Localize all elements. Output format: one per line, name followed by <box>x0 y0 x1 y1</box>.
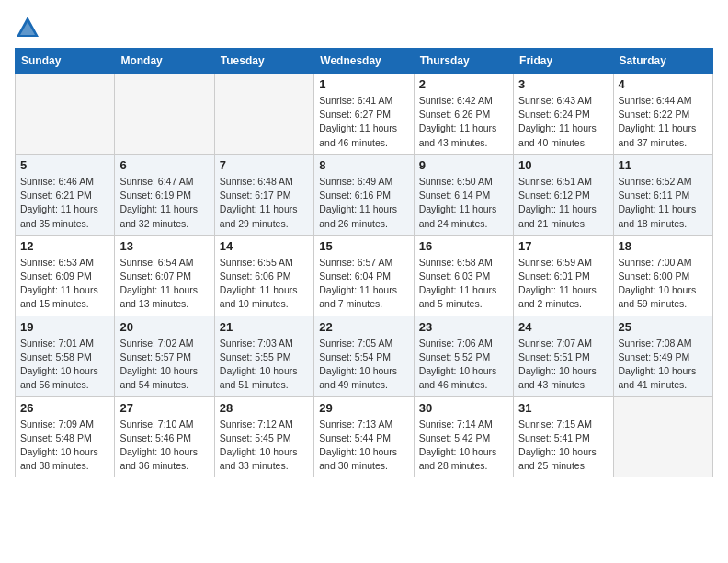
day-cell: 18Sunrise: 7:00 AM Sunset: 6:00 PM Dayli… <box>613 235 712 316</box>
day-info: Sunrise: 6:47 AM Sunset: 6:19 PM Dayligh… <box>119 175 209 231</box>
day-cell: 17Sunrise: 6:59 AM Sunset: 6:01 PM Dayli… <box>514 235 613 316</box>
day-cell: 1Sunrise: 6:41 AM Sunset: 6:27 PM Daylig… <box>314 74 414 155</box>
day-cell <box>613 396 712 477</box>
col-header-saturday: Saturday <box>613 49 712 74</box>
day-number: 7 <box>220 158 309 172</box>
day-cell: 14Sunrise: 6:55 AM Sunset: 6:06 PM Dayli… <box>214 235 313 316</box>
day-info: Sunrise: 6:50 AM Sunset: 6:14 PM Dayligh… <box>419 175 508 231</box>
day-cell: 20Sunrise: 7:02 AM Sunset: 5:57 PM Dayli… <box>115 316 214 396</box>
day-number: 31 <box>518 401 608 415</box>
day-number: 29 <box>319 401 408 415</box>
day-number: 24 <box>518 320 608 334</box>
week-row-4: 19Sunrise: 7:01 AM Sunset: 5:58 PM Dayli… <box>16 316 713 396</box>
day-info: Sunrise: 6:48 AM Sunset: 6:17 PM Dayligh… <box>220 175 309 231</box>
day-number: 28 <box>220 401 309 415</box>
day-cell: 6Sunrise: 6:47 AM Sunset: 6:19 PM Daylig… <box>115 154 214 235</box>
day-info: Sunrise: 7:06 AM Sunset: 5:52 PM Dayligh… <box>419 337 508 393</box>
day-info: Sunrise: 7:13 AM Sunset: 5:44 PM Dayligh… <box>319 418 408 474</box>
day-cell: 22Sunrise: 7:05 AM Sunset: 5:54 PM Dayli… <box>314 316 414 396</box>
day-number: 23 <box>419 320 508 334</box>
day-cell: 7Sunrise: 6:48 AM Sunset: 6:17 PM Daylig… <box>214 154 313 235</box>
day-number: 26 <box>20 401 109 415</box>
day-cell: 16Sunrise: 6:58 AM Sunset: 6:03 PM Dayli… <box>414 235 513 316</box>
day-cell: 23Sunrise: 7:06 AM Sunset: 5:52 PM Dayli… <box>414 316 513 396</box>
day-number: 10 <box>518 158 608 172</box>
day-number: 15 <box>319 239 408 253</box>
day-info: Sunrise: 6:54 AM Sunset: 6:07 PM Dayligh… <box>119 256 209 312</box>
col-header-friday: Friday <box>514 49 613 74</box>
day-number: 9 <box>419 158 508 172</box>
day-info: Sunrise: 6:55 AM Sunset: 6:06 PM Dayligh… <box>220 256 309 312</box>
day-info: Sunrise: 7:15 AM Sunset: 5:41 PM Dayligh… <box>518 418 608 474</box>
day-cell: 15Sunrise: 6:57 AM Sunset: 6:04 PM Dayli… <box>314 235 414 316</box>
day-number: 8 <box>319 158 408 172</box>
day-info: Sunrise: 6:41 AM Sunset: 6:27 PM Dayligh… <box>319 94 408 150</box>
day-info: Sunrise: 6:51 AM Sunset: 6:12 PM Dayligh… <box>518 175 608 231</box>
day-number: 11 <box>619 158 708 172</box>
day-cell: 12Sunrise: 6:53 AM Sunset: 6:09 PM Dayli… <box>16 235 115 316</box>
day-info: Sunrise: 7:02 AM Sunset: 5:57 PM Dayligh… <box>119 337 209 393</box>
day-info: Sunrise: 6:57 AM Sunset: 6:04 PM Dayligh… <box>319 256 408 312</box>
day-number: 6 <box>119 158 209 172</box>
week-row-3: 12Sunrise: 6:53 AM Sunset: 6:09 PM Dayli… <box>16 235 713 316</box>
day-info: Sunrise: 7:09 AM Sunset: 5:48 PM Dayligh… <box>20 418 109 474</box>
day-cell <box>214 74 313 155</box>
col-header-thursday: Thursday <box>414 49 513 74</box>
day-cell: 26Sunrise: 7:09 AM Sunset: 5:48 PM Dayli… <box>16 396 115 477</box>
day-number: 18 <box>619 239 708 253</box>
page-header <box>15 15 713 40</box>
logo-icon <box>15 15 40 40</box>
logo <box>15 15 44 40</box>
day-info: Sunrise: 7:01 AM Sunset: 5:58 PM Dayligh… <box>20 337 109 393</box>
day-info: Sunrise: 6:44 AM Sunset: 6:22 PM Dayligh… <box>619 94 708 150</box>
day-cell: 10Sunrise: 6:51 AM Sunset: 6:12 PM Dayli… <box>514 154 613 235</box>
calendar-table: SundayMondayTuesdayWednesdayThursdayFrid… <box>15 48 713 477</box>
day-cell: 25Sunrise: 7:08 AM Sunset: 5:49 PM Dayli… <box>613 316 712 396</box>
day-info: Sunrise: 7:05 AM Sunset: 5:54 PM Dayligh… <box>319 337 408 393</box>
day-number: 21 <box>220 320 309 334</box>
day-info: Sunrise: 6:42 AM Sunset: 6:26 PM Dayligh… <box>419 94 508 150</box>
day-cell: 31Sunrise: 7:15 AM Sunset: 5:41 PM Dayli… <box>514 396 613 477</box>
day-info: Sunrise: 6:59 AM Sunset: 6:01 PM Dayligh… <box>518 256 608 312</box>
col-header-monday: Monday <box>115 49 214 74</box>
header-row: SundayMondayTuesdayWednesdayThursdayFrid… <box>16 49 713 74</box>
day-number: 22 <box>319 320 408 334</box>
day-info: Sunrise: 7:10 AM Sunset: 5:46 PM Dayligh… <box>119 418 209 474</box>
day-info: Sunrise: 6:58 AM Sunset: 6:03 PM Dayligh… <box>419 256 508 312</box>
day-number: 19 <box>20 320 109 334</box>
day-cell <box>16 74 115 155</box>
day-number: 3 <box>518 77 608 91</box>
col-header-tuesday: Tuesday <box>214 49 313 74</box>
day-info: Sunrise: 6:43 AM Sunset: 6:24 PM Dayligh… <box>518 94 608 150</box>
week-row-2: 5Sunrise: 6:46 AM Sunset: 6:21 PM Daylig… <box>16 154 713 235</box>
day-cell: 19Sunrise: 7:01 AM Sunset: 5:58 PM Dayli… <box>16 316 115 396</box>
day-cell: 11Sunrise: 6:52 AM Sunset: 6:11 PM Dayli… <box>613 154 712 235</box>
day-number: 17 <box>518 239 608 253</box>
day-number: 12 <box>20 239 109 253</box>
day-info: Sunrise: 6:49 AM Sunset: 6:16 PM Dayligh… <box>319 175 408 231</box>
day-cell: 28Sunrise: 7:12 AM Sunset: 5:45 PM Dayli… <box>214 396 313 477</box>
day-number: 4 <box>619 77 708 91</box>
day-cell: 24Sunrise: 7:07 AM Sunset: 5:51 PM Dayli… <box>514 316 613 396</box>
day-cell: 9Sunrise: 6:50 AM Sunset: 6:14 PM Daylig… <box>414 154 513 235</box>
day-info: Sunrise: 7:00 AM Sunset: 6:00 PM Dayligh… <box>619 256 708 312</box>
day-cell: 4Sunrise: 6:44 AM Sunset: 6:22 PM Daylig… <box>613 74 712 155</box>
day-cell <box>115 74 214 155</box>
day-cell: 21Sunrise: 7:03 AM Sunset: 5:55 PM Dayli… <box>214 316 313 396</box>
day-number: 30 <box>419 401 508 415</box>
day-cell: 30Sunrise: 7:14 AM Sunset: 5:42 PM Dayli… <box>414 396 513 477</box>
day-cell: 29Sunrise: 7:13 AM Sunset: 5:44 PM Dayli… <box>314 396 414 477</box>
day-number: 13 <box>119 239 209 253</box>
day-info: Sunrise: 7:07 AM Sunset: 5:51 PM Dayligh… <box>518 337 608 393</box>
day-info: Sunrise: 6:52 AM Sunset: 6:11 PM Dayligh… <box>619 175 708 231</box>
day-number: 14 <box>220 239 309 253</box>
day-number: 1 <box>319 77 408 91</box>
day-cell: 3Sunrise: 6:43 AM Sunset: 6:24 PM Daylig… <box>514 74 613 155</box>
day-info: Sunrise: 6:46 AM Sunset: 6:21 PM Dayligh… <box>20 175 109 231</box>
day-info: Sunrise: 7:12 AM Sunset: 5:45 PM Dayligh… <box>220 418 309 474</box>
day-cell: 27Sunrise: 7:10 AM Sunset: 5:46 PM Dayli… <box>115 396 214 477</box>
day-cell: 2Sunrise: 6:42 AM Sunset: 6:26 PM Daylig… <box>414 74 513 155</box>
day-number: 25 <box>619 320 708 334</box>
day-cell: 5Sunrise: 6:46 AM Sunset: 6:21 PM Daylig… <box>16 154 115 235</box>
day-cell: 13Sunrise: 6:54 AM Sunset: 6:07 PM Dayli… <box>115 235 214 316</box>
